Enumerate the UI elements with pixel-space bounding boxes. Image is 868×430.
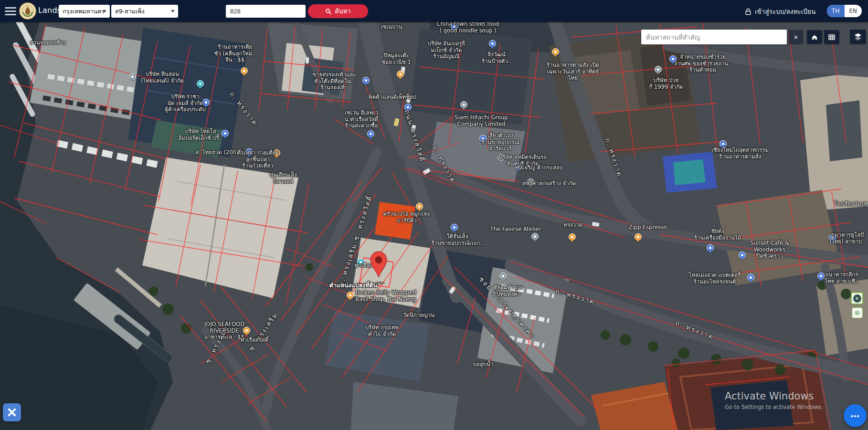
measure-icon (6, 406, 18, 419)
language-toggle: TH EN (827, 5, 862, 17)
lang-th-button[interactable]: TH (827, 5, 845, 17)
login-register-label: เข้าสู่ระบบ/ลงทะเบียน (755, 6, 815, 17)
close-icon: ✕ (853, 294, 861, 303)
app-header: LandsMaps กรุงเทพมหานคร ส9-สามเพ็ง ค้นหา… (0, 0, 868, 22)
home-button[interactable] (807, 30, 822, 44)
search-icon (325, 8, 332, 15)
parcel-pin-icon (368, 250, 389, 287)
satellite-map[interactable] (0, 0, 868, 430)
landsmaps-app: ถ. ทรงวาดถนน ทรงสวัสดิ์ถ. ทรงวาดซ. ทรงเส… (0, 0, 868, 430)
login-register-link[interactable]: เข้าสู่ระบบ/ลงทะเบียน (745, 6, 815, 17)
search-button[interactable]: ค้นหา (308, 4, 368, 18)
map-copyright-control[interactable]: © (852, 307, 863, 318)
grid-button[interactable] (824, 30, 839, 44)
grid-icon (828, 33, 836, 41)
home-icon (811, 33, 818, 41)
layers-button[interactable] (850, 30, 866, 44)
parcel-number-input[interactable] (226, 5, 306, 18)
map-sheet-select-value: ส9-สามเพ็ง (115, 8, 145, 15)
menu-icon[interactable] (5, 7, 16, 15)
lock-icon (745, 8, 752, 15)
map-sheet-select[interactable]: ส9-สามเพ็ง (111, 5, 178, 18)
layers-icon (854, 32, 862, 41)
lang-en-button[interactable]: EN (845, 5, 862, 17)
province-select-value: กรุงเทพมหานคร (63, 8, 105, 15)
clear-search-button[interactable]: × (789, 30, 803, 44)
map-search-input[interactable] (641, 30, 787, 44)
search-button-label: ค้นหา (335, 6, 350, 16)
province-select[interactable]: กรุงเทพมหานคร (59, 5, 110, 18)
department-of-lands-logo (19, 2, 36, 20)
more-options-button[interactable]: ••• (844, 404, 867, 427)
map-close-control[interactable]: ✕ (851, 292, 863, 304)
measure-tools-button[interactable] (3, 403, 21, 421)
